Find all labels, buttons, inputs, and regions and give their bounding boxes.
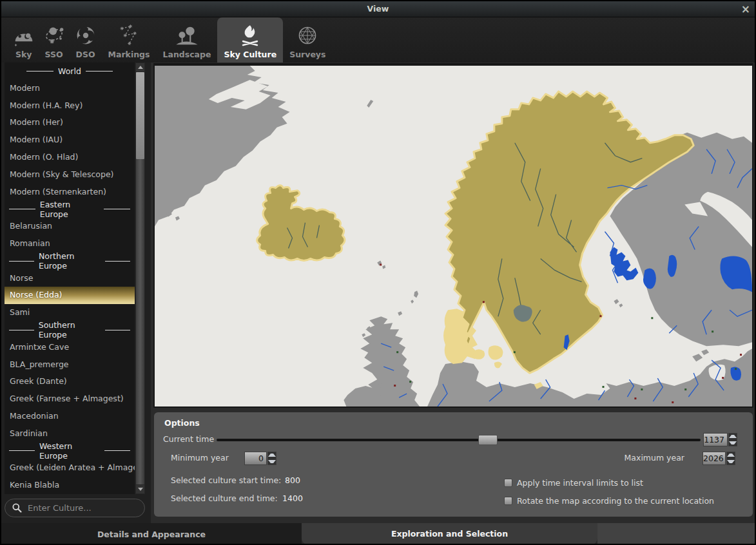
start-time-label: Selected culture start time: [171, 475, 281, 485]
tab-markings[interactable]: Markings [102, 17, 157, 62]
view-dialog: View × SkySSODSOMarkingsLandscapeSky Cul… [0, 0, 756, 545]
tab-surveys[interactable]: Surveys [283, 17, 332, 62]
checkbox-row: Rotate the map according to the current … [504, 492, 714, 510]
current-time-slider[interactable] [217, 439, 701, 441]
current-time-spinner[interactable] [728, 433, 737, 446]
sky-culture-map[interactable] [153, 63, 753, 408]
close-icon[interactable]: × [741, 2, 750, 16]
section-header: Western Europe [5, 443, 135, 460]
dialog-title: View [1, 4, 755, 14]
checkbox[interactable] [504, 497, 512, 505]
tab-label: Surveys [283, 50, 332, 59]
checkbox-row: Apply time interval limits to list [504, 473, 714, 492]
culture-item[interactable]: Sami [5, 304, 135, 321]
options-title: Options [164, 418, 200, 428]
culture-item[interactable]: Greek (Dante) [5, 373, 135, 390]
section-header: Eastern Europe [5, 200, 135, 218]
checkbox[interactable] [504, 479, 512, 487]
current-time-value[interactable]: 1137 [703, 433, 728, 446]
search-icon [12, 502, 23, 513]
constellation-icon [116, 21, 142, 50]
section-header: World [5, 62, 135, 80]
tab-label: Markings [102, 50, 157, 59]
culture-item[interactable]: Greek (Leiden Aratea + Almagest) [5, 459, 135, 477]
checkbox-label: Rotate the map according to the current … [517, 496, 714, 506]
culture-item[interactable]: Norse [5, 270, 135, 287]
tab-details-and-appearance[interactable]: Details and Appearance [1, 523, 302, 545]
culture-item[interactable]: Kenia Blabla [5, 477, 135, 494]
scroll-down-icon[interactable] [136, 485, 144, 493]
tab-label: SSO [38, 50, 69, 59]
maximum-year-value[interactable]: 2026 [703, 452, 726, 465]
culture-list: WorldModernModern (H.A. Rey)Modern (Her)… [5, 62, 135, 494]
tab-exploration-and-selection[interactable]: Exploration and Selection [302, 523, 597, 544]
checkbox-column: Apply time interval limits to listRotate… [504, 473, 714, 510]
minimum-year-spinner[interactable] [267, 452, 276, 465]
culture-item[interactable]: Greek (Farnese + Almagest) [5, 390, 135, 408]
section-header: Northern Europe [5, 253, 135, 270]
checkbox-label: Apply time interval limits to list [517, 478, 643, 488]
spin-down-icon[interactable] [727, 459, 735, 465]
search-input[interactable] [28, 503, 131, 513]
tab-label: Sky [9, 50, 38, 59]
section-header: Southern Europe [5, 321, 135, 339]
start-time-value: 800 [273, 475, 312, 485]
culture-item[interactable]: Armintxe Cave [5, 339, 135, 356]
current-time-slider-handle[interactable] [478, 435, 498, 445]
tab-label: Landscape [157, 50, 218, 59]
culture-search[interactable] [5, 499, 145, 517]
spin-up-icon[interactable] [727, 452, 735, 459]
maximum-year-label: Maximum year [625, 453, 684, 463]
sky-dome-icon [11, 21, 37, 50]
tab-label: Sky Culture [217, 50, 283, 59]
current-time-label: Current time [163, 434, 214, 444]
culture-item[interactable]: Belarusian [5, 218, 135, 235]
options-panel: Options Current time 1137 Minimum year 0… [154, 412, 753, 517]
tab-landscape[interactable]: Landscape [157, 17, 218, 62]
tab-dso[interactable]: DSO [70, 17, 102, 62]
scrollbar-thumb[interactable] [136, 72, 144, 159]
spin-down-icon[interactable] [268, 459, 276, 465]
end-time-value: 1400 [273, 493, 312, 503]
sidebar: WorldModernModern (H.A. Rey)Modern (Her)… [1, 62, 151, 523]
bottom-bar-filler [597, 523, 756, 544]
culture-item[interactable]: Modern (O. Hlad) [5, 149, 135, 166]
toolbar-tabs: SkySSODSOMarkingsLandscapeSky CultureSur… [1, 17, 755, 62]
minimum-year-label: Minimum year [171, 453, 229, 463]
culture-item[interactable]: BLA_premerge [5, 356, 135, 374]
culture-item[interactable]: Modern [5, 80, 135, 97]
tab-label: DSO [70, 50, 102, 59]
spin-up-icon[interactable] [729, 434, 737, 440]
culture-item[interactable]: Sardinian [5, 425, 135, 443]
maximum-year-spinner[interactable] [726, 452, 735, 465]
spin-down-icon[interactable] [729, 440, 737, 446]
culture-item[interactable]: Romanian [5, 235, 135, 253]
campfire-icon [237, 21, 263, 50]
tab-sky-culture[interactable]: Sky Culture [217, 17, 283, 62]
end-time-label: Selected culture end time: [171, 493, 278, 503]
culture-item[interactable]: Macedonian [5, 408, 135, 425]
culture-item[interactable]: Modern (Sky & Telescope) [5, 166, 135, 184]
culture-item[interactable]: Modern (H.A. Rey) [5, 97, 135, 115]
trees-icon [174, 21, 200, 50]
mesh-globe-icon [295, 21, 320, 50]
spiral-galaxy-icon [73, 21, 99, 50]
culture-item[interactable]: Modern (Her) [5, 114, 135, 131]
culture-item[interactable]: Modern (IAU) [5, 131, 135, 149]
spin-up-icon[interactable] [268, 452, 276, 459]
minimum-year-value[interactable]: 0 [244, 452, 267, 465]
scroll-up-icon[interactable] [136, 63, 144, 72]
scrollbar[interactable] [135, 62, 145, 494]
title-bar[interactable]: View × [1, 1, 755, 17]
culture-item[interactable]: Norse (Edda) [5, 287, 135, 304]
tab-sky[interactable]: Sky [9, 17, 38, 62]
culture-item[interactable]: Modern (Sternenkarten) [5, 184, 135, 201]
tab-sso[interactable]: SSO [38, 17, 69, 62]
scrollbar-track[interactable] [136, 159, 144, 484]
bottom-tab-bar: Details and Appearance Exploration and S… [1, 523, 755, 545]
planet-orbit-icon [41, 21, 67, 50]
